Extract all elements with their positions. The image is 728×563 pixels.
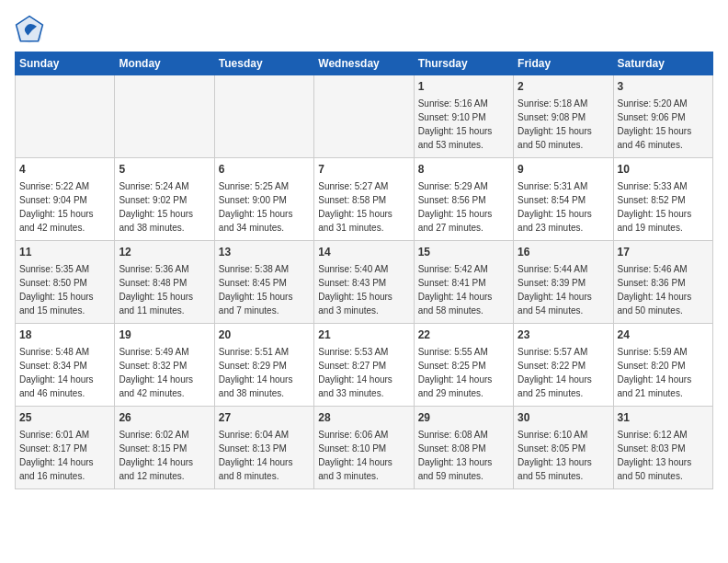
day-sunset: Sunset: 8:39 PM [518,278,586,288]
day-daylight: Daylight: 14 hours and 33 minutes. [318,374,392,398]
day-sunrise: Sunrise: 5:24 AM [119,181,188,191]
day-number: 8 [418,162,509,178]
calendar-cell: 8Sunrise: 5:29 AMSunset: 8:56 PMDaylight… [414,158,513,241]
day-sunset: Sunset: 8:17 PM [19,443,87,454]
day-daylight: Daylight: 15 hours and 38 minutes. [119,209,193,233]
calendar-cell: 9Sunrise: 5:31 AMSunset: 8:54 PMDaylight… [514,158,613,241]
day-sunrise: Sunrise: 6:02 AM [119,430,188,440]
day-sunset: Sunset: 8:54 PM [518,195,586,205]
day-number: 22 [418,327,509,343]
day-daylight: Daylight: 14 hours and 25 minutes. [518,374,592,398]
calendar-cell: 29Sunrise: 6:08 AMSunset: 8:08 PMDayligh… [414,407,513,489]
calendar-cell: 21Sunrise: 5:53 AMSunset: 8:27 PMDayligh… [314,324,414,407]
day-daylight: Daylight: 15 hours and 3 minutes. [318,292,392,316]
calendar-cell: 19Sunrise: 5:49 AMSunset: 8:32 PMDayligh… [115,324,214,407]
calendar-cell: 16Sunrise: 5:44 AMSunset: 8:39 PMDayligh… [514,241,613,324]
day-sunrise: Sunrise: 5:22 AM [19,181,89,191]
day-sunrise: Sunrise: 5:46 AM [618,264,688,274]
day-sunset: Sunset: 9:10 PM [418,112,486,122]
weekday-header-sunday: Sunday [16,52,115,75]
day-sunset: Sunset: 8:20 PM [618,361,686,371]
calendar-cell: 17Sunrise: 5:46 AMSunset: 8:36 PMDayligh… [613,241,712,324]
day-number: 18 [19,327,110,343]
day-sunset: Sunset: 8:34 PM [19,361,87,371]
day-number: 12 [119,245,210,260]
weekday-header-tuesday: Tuesday [214,52,313,75]
day-daylight: Daylight: 14 hours and 38 minutes. [219,374,293,398]
day-sunrise: Sunrise: 5:42 AM [418,264,488,274]
day-number: 1 [418,79,509,95]
day-daylight: Daylight: 14 hours and 50 minutes. [618,292,692,316]
day-daylight: Daylight: 15 hours and 27 minutes. [418,209,493,233]
day-number: 16 [518,245,609,260]
day-number: 7 [318,162,409,178]
day-daylight: Daylight: 15 hours and 50 minutes. [518,126,592,150]
calendar-cell: 26Sunrise: 6:02 AMSunset: 8:15 PMDayligh… [115,407,214,489]
logo [15,15,48,44]
day-sunrise: Sunrise: 5:40 AM [318,264,388,274]
calendar-cell: 12Sunrise: 5:36 AMSunset: 8:48 PMDayligh… [115,241,214,324]
day-sunrise: Sunrise: 5:33 AM [618,181,688,191]
day-number: 21 [318,327,409,343]
weekday-header-wednesday: Wednesday [314,52,414,75]
day-number: 2 [518,79,609,95]
day-daylight: Daylight: 14 hours and 21 minutes. [618,374,692,398]
day-sunrise: Sunrise: 5:16 AM [418,98,488,109]
day-sunset: Sunset: 8:29 PM [219,361,287,371]
day-sunrise: Sunrise: 6:10 AM [518,430,587,440]
day-sunset: Sunset: 8:56 PM [418,195,486,205]
day-daylight: Daylight: 14 hours and 46 minutes. [19,374,94,398]
day-sunrise: Sunrise: 6:12 AM [618,430,688,440]
calendar-cell [115,75,214,158]
day-number: 9 [518,162,609,178]
day-daylight: Daylight: 15 hours and 42 minutes. [19,209,94,233]
day-daylight: Daylight: 15 hours and 31 minutes. [318,209,392,233]
day-number: 11 [19,245,110,260]
day-number: 24 [618,327,709,343]
calendar-cell [314,75,414,158]
calendar-cell: 24Sunrise: 5:59 AMSunset: 8:20 PMDayligh… [613,324,712,407]
calendar-cell: 18Sunrise: 5:48 AMSunset: 8:34 PMDayligh… [16,324,115,407]
day-sunset: Sunset: 8:15 PM [119,443,187,454]
day-sunrise: Sunrise: 5:57 AM [518,347,587,357]
calendar-week-3: 11Sunrise: 5:35 AMSunset: 8:50 PMDayligh… [16,241,713,324]
day-sunset: Sunset: 9:04 PM [19,195,87,205]
calendar-cell: 13Sunrise: 5:38 AMSunset: 8:45 PMDayligh… [214,241,313,324]
day-sunset: Sunset: 8:48 PM [119,278,187,288]
day-sunset: Sunset: 9:06 PM [618,112,686,122]
weekday-header-friday: Friday [514,52,613,75]
day-sunset: Sunset: 8:10 PM [318,443,386,454]
logo-icon [15,15,44,44]
day-sunrise: Sunrise: 6:06 AM [318,430,388,440]
day-number: 4 [19,162,110,178]
day-sunrise: Sunrise: 5:51 AM [219,347,289,357]
weekday-header-monday: Monday [115,52,214,75]
day-sunset: Sunset: 8:36 PM [618,278,686,288]
day-sunrise: Sunrise: 6:04 AM [219,430,289,440]
calendar-cell: 7Sunrise: 5:27 AMSunset: 8:58 PMDaylight… [314,158,414,241]
day-sunrise: Sunrise: 5:48 AM [19,347,89,357]
calendar-cell: 14Sunrise: 5:40 AMSunset: 8:43 PMDayligh… [314,241,414,324]
calendar-cell: 10Sunrise: 5:33 AMSunset: 8:52 PMDayligh… [613,158,712,241]
day-daylight: Daylight: 13 hours and 55 minutes. [518,457,592,481]
day-number: 26 [119,410,210,426]
header [15,15,713,44]
day-number: 25 [19,410,110,426]
weekday-header-thursday: Thursday [414,52,513,75]
calendar-cell: 2Sunrise: 5:18 AMSunset: 9:08 PMDaylight… [514,75,613,158]
day-sunrise: Sunrise: 6:01 AM [19,430,89,440]
day-sunset: Sunset: 8:50 PM [19,278,87,288]
day-number: 17 [618,245,709,260]
day-number: 14 [318,245,409,260]
day-daylight: Daylight: 15 hours and 46 minutes. [618,126,692,150]
day-sunset: Sunset: 8:58 PM [318,195,386,205]
day-sunset: Sunset: 8:25 PM [418,361,486,371]
day-daylight: Daylight: 14 hours and 29 minutes. [418,374,493,398]
day-sunset: Sunset: 8:22 PM [518,361,586,371]
day-sunset: Sunset: 8:05 PM [518,443,586,454]
calendar-week-1: 1Sunrise: 5:16 AMSunset: 9:10 PMDaylight… [16,75,713,158]
day-daylight: Daylight: 15 hours and 53 minutes. [418,126,493,150]
calendar-cell: 11Sunrise: 5:35 AMSunset: 8:50 PMDayligh… [16,241,115,324]
day-sunset: Sunset: 8:52 PM [618,195,686,205]
day-sunrise: Sunrise: 5:27 AM [318,181,388,191]
